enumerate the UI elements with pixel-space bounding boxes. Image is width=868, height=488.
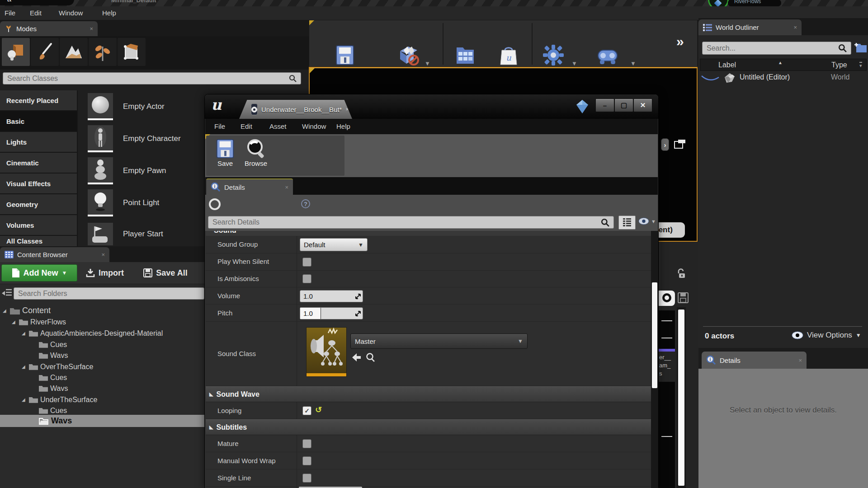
expander-icon[interactable]: ◢	[12, 319, 17, 324]
section-subtitles[interactable]: ◣ Subtitles	[206, 419, 651, 435]
expander-icon[interactable]: ◢	[22, 397, 27, 402]
add-new-button[interactable]: Add New ▼	[1, 264, 77, 282]
section-sound-wave[interactable]: ◣ Sound Wave	[206, 386, 651, 402]
add-folder-icon[interactable]	[854, 42, 867, 53]
sources-toggle-icon[interactable]	[1, 288, 12, 298]
float-viewport-icon[interactable]	[674, 139, 686, 149]
browse-to-asset-icon[interactable]	[366, 352, 376, 362]
tree-row-riverflows[interactable]: ◢ RiverFlows	[12, 316, 66, 328]
asset-editor-window[interactable]: u Underwater__Brook__But* × – ▢ ✕ File E…	[204, 94, 659, 488]
sound-class-thumbnail[interactable]	[306, 327, 347, 377]
mode-geometry-button[interactable]	[118, 38, 146, 66]
mode-foliage-button[interactable]	[89, 38, 117, 66]
scrollbar-thumb[interactable]	[678, 310, 684, 486]
mode-landscape-button[interactable]	[60, 38, 88, 66]
volume-spinbox[interactable]: 1.0	[300, 290, 363, 302]
tree-row-aquatic[interactable]: ◢ AquaticAmbiencies-Designed-Material	[22, 328, 163, 339]
column-type[interactable]: Type	[831, 61, 847, 69]
settings-caret[interactable]: ▼	[571, 60, 577, 67]
placeable-empty-pawn[interactable]: Empty Pawn	[78, 157, 206, 184]
display-filter-button[interactable]: ▼	[638, 217, 656, 225]
looping-checkbox[interactable]: ✓	[302, 406, 311, 415]
expander-icon[interactable]: ◢	[22, 364, 27, 369]
placeable-point-light[interactable]: Point Light	[78, 189, 206, 216]
outliner-row-world[interactable]: Untitled (Editor) World	[700, 71, 867, 85]
save-all-button[interactable]: Save All	[134, 264, 197, 282]
asset-menu-help[interactable]: Help	[336, 122, 350, 130]
sort-ascending-icon[interactable]: ▲	[778, 60, 783, 65]
asset-menu-window[interactable]: Window	[302, 122, 326, 130]
tab-modes[interactable]: Modes ×	[0, 21, 98, 36]
mode-place-button[interactable]	[2, 38, 30, 66]
placeable-player-start[interactable]: Player Start	[78, 221, 206, 246]
sound-class-dropdown[interactable]: Master▼	[350, 333, 528, 349]
category-visual-effects[interactable]: Visual Effects	[0, 174, 77, 193]
menu-help[interactable]: Help	[102, 9, 116, 17]
tab-world-outliner[interactable]: World Outliner ×	[698, 19, 802, 35]
is-ambisonics-checkbox[interactable]	[302, 274, 311, 283]
single-line-checkbox[interactable]	[302, 474, 311, 483]
import-button[interactable]: Import	[80, 264, 129, 282]
lock-icon[interactable]	[675, 268, 687, 280]
menu-edit[interactable]: Edit	[30, 9, 42, 17]
filter-pill-clipped[interactable]	[659, 291, 675, 306]
session-badge[interactable]: RiverFlows	[728, 0, 781, 6]
tree-row-underthesurface[interactable]: ◢ UnderTheSurface	[22, 394, 97, 405]
outliner-search-input[interactable]: Search...	[702, 42, 851, 55]
details-scrollbar-track[interactable]	[651, 231, 658, 488]
category-all-classes[interactable]: All Classes	[0, 236, 77, 246]
tab-details-right[interactable]: i Details ×	[702, 352, 807, 369]
mode-paint-button[interactable]	[31, 38, 59, 66]
expander-icon[interactable]: ◢	[22, 331, 27, 336]
tree-row-wavs-1[interactable]: Wavs	[39, 350, 68, 361]
tree-row-content[interactable]: ◢ Content	[3, 305, 51, 316]
category-volumes[interactable]: Volumes	[0, 215, 77, 235]
close-icon[interactable]: ×	[792, 357, 802, 364]
tree-row-wavs-2[interactable]: Wavs	[39, 383, 68, 394]
placeable-empty-actor[interactable]: Empty Actor	[78, 93, 206, 120]
maximize-button[interactable]: ▢	[614, 99, 633, 112]
search-details-input[interactable]: Search Details	[208, 216, 614, 229]
expander-icon[interactable]: ◢	[3, 308, 8, 313]
play-when-silent-checkbox[interactable]	[302, 258, 311, 267]
view-options-button[interactable]: View Options ▼	[792, 331, 861, 340]
asset-save-button[interactable]: Save	[212, 138, 238, 168]
pitch-spinbox[interactable]: 1.0	[300, 307, 363, 319]
close-icon[interactable]: ×	[95, 251, 105, 258]
asset-browse-button[interactable]: Browse	[241, 138, 270, 168]
asset-tab[interactable]: Underwater__Brook__But* ×	[239, 100, 352, 119]
source-control-caret[interactable]: ▼	[425, 60, 430, 67]
close-icon[interactable]: ×	[83, 25, 93, 32]
details-scrollbar-thumb[interactable]	[652, 282, 657, 388]
close-icon[interactable]: ×	[278, 184, 288, 191]
close-icon[interactable]: ×	[345, 106, 349, 113]
tab-details-asset[interactable]: i Details ×	[206, 178, 293, 195]
category-basic[interactable]: Basic	[0, 111, 77, 131]
tree-row-cues-1[interactable]: Cues	[39, 339, 67, 350]
menu-file[interactable]: File	[5, 9, 15, 17]
record-circle-icon[interactable]	[209, 198, 221, 210]
help-icon[interactable]: ?	[301, 199, 310, 208]
scrollbar-track[interactable]	[677, 307, 686, 488]
asset-menu-edit[interactable]: Edit	[241, 122, 252, 130]
category-cinematic[interactable]: Cinematic	[0, 153, 77, 173]
asset-editor-titlebar[interactable]: u Underwater__Brook__But* × – ▢ ✕	[205, 94, 658, 119]
manual-word-wrap-checkbox[interactable]	[302, 456, 311, 465]
minimize-button[interactable]: –	[595, 99, 614, 112]
toolbar-overflow-chevron[interactable]: »	[676, 34, 684, 49]
search-folders-input[interactable]: Search Folders	[14, 287, 204, 300]
sound-group-dropdown[interactable]: Default▼	[300, 238, 368, 251]
blueprints-caret[interactable]: ▼	[630, 60, 636, 67]
asset-menu-file[interactable]: File	[214, 122, 225, 130]
asset-tile-fragment[interactable]	[659, 310, 675, 349]
category-geometry[interactable]: Geometry	[0, 194, 77, 214]
reset-to-default-icon[interactable]: ↺	[315, 405, 322, 415]
asset-menu-asset[interactable]: Asset	[269, 122, 287, 130]
close-window-button[interactable]: ✕	[633, 99, 652, 112]
viewport-toolbar-overflow[interactable]: ›	[661, 138, 669, 151]
category-lights[interactable]: Lights	[0, 132, 77, 152]
close-icon[interactable]: ×	[787, 24, 797, 31]
menu-window[interactable]: Window	[59, 9, 83, 17]
placeable-empty-character[interactable]: Empty Character	[78, 125, 206, 152]
asset-tile-fragment[interactable]	[659, 382, 675, 488]
